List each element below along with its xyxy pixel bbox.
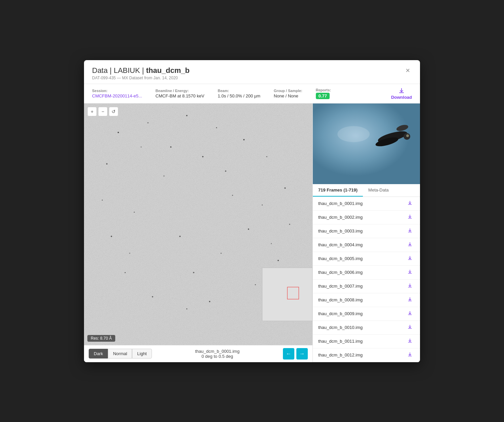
svg-point-25	[134, 212, 135, 213]
reports-label: Reports:	[316, 88, 331, 92]
download-icon	[398, 87, 405, 94]
subtitle: DAT-099-435 — MX Dataset from Jan. 14, 2…	[92, 76, 190, 80]
reset-zoom-button[interactable]: ↺	[109, 107, 118, 116]
file-download-button[interactable]	[405, 324, 415, 332]
svg-point-17	[186, 308, 187, 309]
file-list-item: thau_dcm_b_0006.img	[313, 266, 420, 280]
close-button[interactable]: ×	[404, 66, 412, 75]
svg-point-7	[266, 156, 267, 157]
light-contrast-button[interactable]: Light	[132, 349, 152, 358]
svg-point-19	[164, 175, 165, 176]
svg-point-14	[111, 236, 112, 237]
file-download-button[interactable]	[405, 268, 415, 277]
svg-point-12	[106, 163, 108, 164]
next-frame-button[interactable]: →	[296, 348, 308, 360]
file-download-button[interactable]	[405, 241, 415, 249]
beamline-meta: Beamline / Energy: CMCF-BM at 8.1570 keV	[156, 89, 204, 98]
svg-point-18	[209, 301, 210, 302]
file-download-button[interactable]	[405, 255, 415, 263]
diffraction-pattern	[84, 103, 312, 345]
tab-metadata[interactable]: Meta-Data	[363, 184, 394, 197]
zoom-in-button[interactable]: +	[87, 107, 97, 116]
file-download-button[interactable]	[405, 351, 415, 359]
title-prefix: Data | LABIUK |	[92, 66, 144, 75]
file-list-item: thau_dcm_b_0004.img	[313, 238, 420, 252]
beam-value: 1.0s / 50.0% / 200 µm	[218, 93, 260, 98]
title-name: thau_dcm_b	[146, 66, 190, 75]
file-download-button[interactable]	[405, 213, 415, 221]
svg-point-36	[337, 126, 370, 142]
session-meta: Session: CMCFBM-20200114-e5...	[92, 89, 142, 98]
reports-badge: 0.77	[316, 93, 330, 99]
page-title: Data | LABIUK | thau_dcm_b	[92, 66, 190, 75]
svg-point-28	[193, 272, 194, 273]
svg-point-20	[202, 156, 204, 157]
svg-point-2	[118, 132, 119, 133]
image-toolbar: + − ↺	[87, 107, 118, 116]
tab-frames[interactable]: 719 Frames (1-719)	[313, 184, 363, 197]
session-value[interactable]: CMCFBM-20200114-e5...	[92, 93, 142, 98]
group-meta: Group / Sample: None / None	[274, 89, 302, 98]
group-label: Group / Sample:	[274, 89, 302, 93]
group-value: None / None	[274, 93, 302, 98]
beamline-value: CMCF-BM at 8.1570 keV	[156, 93, 204, 98]
file-name: thau_dcm_b_0009.img	[318, 311, 363, 316]
svg-point-26	[170, 146, 171, 147]
svg-point-10	[278, 260, 279, 261]
file-download-button[interactable]	[405, 282, 415, 290]
svg-point-29	[262, 204, 263, 205]
left-panel: + − ↺	[84, 103, 312, 362]
file-download-button[interactable]	[405, 337, 415, 345]
file-list-item: thau_dcm_b_0005.img	[313, 252, 420, 266]
download-label: Download	[391, 95, 412, 100]
svg-point-8	[284, 187, 286, 188]
reports-meta: Reports: 0.77	[316, 88, 331, 99]
svg-point-16	[152, 296, 153, 297]
tabs-container: 719 Frames (1-719) Meta-Data	[313, 184, 420, 197]
zoom-out-button[interactable]: −	[98, 107, 108, 116]
file-download-button[interactable]	[405, 310, 415, 318]
crystal-image	[313, 103, 420, 184]
main-modal: Data | LABIUK | thau_dcm_b DAT-099-435 —…	[84, 60, 420, 362]
file-list-item: thau_dcm_b_0010.img	[313, 321, 420, 335]
dark-contrast-button[interactable]: Dark	[89, 349, 108, 358]
file-name: thau_dcm_b_0012.img	[318, 352, 363, 357]
svg-point-27	[129, 253, 130, 254]
file-name: thau_dcm_b_0001.img	[318, 201, 363, 206]
file-download-button[interactable]	[405, 227, 415, 235]
svg-rect-35	[313, 103, 420, 184]
svg-point-41	[406, 134, 409, 137]
file-list-item: thau_dcm_b_0007.img	[313, 280, 420, 293]
file-download-button[interactable]	[405, 296, 415, 304]
beam-meta: Beam: 1.0s / 50.0% / 200 µm	[218, 89, 260, 98]
download-button[interactable]: Download	[391, 87, 412, 100]
file-list-item: thau_dcm_b_0003.img	[313, 224, 420, 238]
file-name: thau_dcm_b_0011.img	[318, 339, 363, 344]
file-name: thau_dcm_b_0003.img	[318, 228, 363, 234]
svg-point-6	[243, 139, 245, 140]
header-left: Data | LABIUK | thau_dcm_b DAT-099-435 —…	[92, 66, 190, 80]
svg-point-11	[255, 284, 256, 285]
main-content: + − ↺	[84, 103, 420, 362]
file-name: thau_dcm_b_0002.img	[318, 215, 363, 220]
svg-point-24	[179, 236, 181, 237]
file-name: thau_dcm_b_0008.img	[318, 297, 363, 302]
meta-bar: Session: CMCFBM-20200114-e5... Beamline …	[84, 84, 420, 103]
prev-frame-button[interactable]: ←	[283, 348, 294, 360]
frame-angle: 0 deg to 0.5 deg	[195, 354, 240, 359]
diffraction-image: + − ↺	[84, 103, 312, 345]
svg-point-15	[125, 272, 126, 273]
file-name: thau_dcm_b_0006.img	[318, 270, 363, 275]
file-download-button[interactable]	[405, 200, 415, 208]
svg-point-9	[289, 224, 290, 225]
crystal-svg	[313, 103, 420, 184]
file-name: thau_dcm_b_0010.img	[318, 325, 363, 330]
file-name: thau_dcm_b_0005.img	[318, 256, 363, 261]
right-panel: 719 Frames (1-719) Meta-Data thau_dcm_b_…	[312, 103, 420, 362]
resolution-badge: Res: 8.70 Å	[87, 335, 115, 342]
file-list-item: thau_dcm_b_0008.img	[313, 293, 420, 307]
svg-point-13	[102, 200, 103, 201]
normal-contrast-button[interactable]: Normal	[108, 349, 132, 358]
modal-header: Data | LABIUK | thau_dcm_b DAT-099-435 —…	[84, 60, 420, 84]
svg-point-22	[248, 228, 249, 229]
